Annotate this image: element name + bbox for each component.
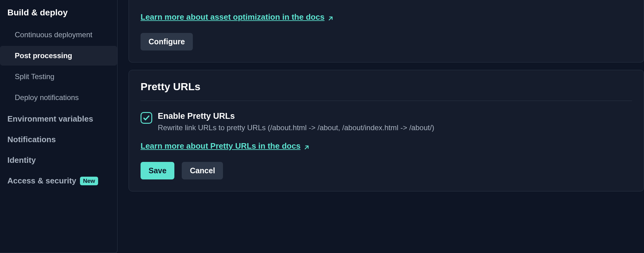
sidebar-item-environment-variables[interactable]: Environment variables xyxy=(0,109,117,129)
checkbox-content: Enable Pretty URLs Rewrite link URLs to … xyxy=(158,111,434,132)
svg-line-1 xyxy=(305,146,308,149)
pretty-urls-card: Pretty URLs Enable Pretty URLs Rewrite l… xyxy=(129,70,644,191)
sidebar-item-split-testing[interactable]: Split Testing xyxy=(0,67,117,86)
external-link-icon xyxy=(304,143,310,149)
sidebar: Build & deploy Continuous deployment Pos… xyxy=(0,0,117,253)
asset-optimization-card: Learn more about asset optimization in t… xyxy=(129,0,644,62)
sidebar-item-label: Identity xyxy=(7,155,36,165)
sidebar-item-notifications[interactable]: Notifications xyxy=(0,129,117,150)
sidebar-item-label: Notifications xyxy=(7,135,56,144)
enable-pretty-urls-label[interactable]: Enable Pretty URLs xyxy=(158,111,434,121)
sidebar-item-access-security[interactable]: Access & security New xyxy=(0,171,117,191)
sidebar-section-build-deploy[interactable]: Build & deploy xyxy=(0,0,117,24)
asset-optimization-docs-link[interactable]: Learn more about asset optimization in t… xyxy=(141,12,334,22)
docs-link-text: Learn more about Pretty URLs in the docs xyxy=(141,141,300,151)
button-row: Save Cancel xyxy=(141,151,632,179)
sidebar-item-identity[interactable]: Identity xyxy=(0,150,117,171)
external-link-icon xyxy=(328,14,334,20)
save-button[interactable]: Save xyxy=(141,162,174,179)
enable-pretty-urls-description: Rewrite link URLs to pretty URLs (/about… xyxy=(158,123,434,132)
sidebar-item-label: Access & security xyxy=(7,176,76,186)
checkmark-icon xyxy=(143,114,150,122)
enable-pretty-urls-checkbox[interactable] xyxy=(141,112,152,124)
sidebar-item-post-processing[interactable]: Post processing xyxy=(0,46,117,66)
sidebar-item-label: Environment variables xyxy=(7,114,93,124)
new-badge: New xyxy=(80,177,98,185)
sidebar-item-deploy-notifications[interactable]: Deploy notifications xyxy=(0,88,117,107)
docs-link-text: Learn more about asset optimization in t… xyxy=(141,12,324,22)
sidebar-item-continuous-deployment[interactable]: Continuous deployment xyxy=(0,25,117,45)
configure-button[interactable]: Configure xyxy=(141,33,193,50)
main-content: Learn more about asset optimization in t… xyxy=(117,0,644,253)
pretty-urls-title: Pretty URLs xyxy=(141,70,632,101)
enable-pretty-urls-row: Enable Pretty URLs Rewrite link URLs to … xyxy=(141,111,632,132)
pretty-urls-docs-link[interactable]: Learn more about Pretty URLs in the docs xyxy=(141,141,310,151)
svg-line-0 xyxy=(329,17,332,20)
cancel-button[interactable]: Cancel xyxy=(182,162,223,179)
